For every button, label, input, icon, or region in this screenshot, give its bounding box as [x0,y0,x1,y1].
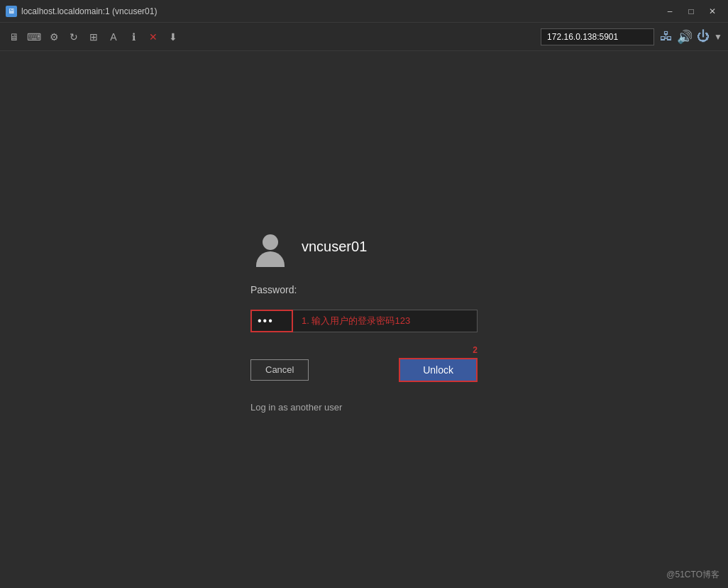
close-button[interactable]: ✕ [702,4,722,19]
avatar-head [263,234,278,250]
watermark: @51CTO博客 [666,569,719,581]
buttons-row: Cancel 2 Unlock [250,358,478,382]
toolbar-right-icons: 🖧 🔊 ⏻ ▼ [660,29,722,45]
minimize-button[interactable]: – [660,4,680,19]
toolbar-icon-6[interactable]: A [105,28,122,45]
password-hint: 1. 输入用户的登录密码123 [293,310,478,332]
password-row: 1. 输入用户的登录密码123 [250,310,478,332]
password-input[interactable] [250,310,293,332]
toolbar-right: 🖧 🔊 ⏻ ▼ [541,28,722,45]
maximize-button[interactable]: □ [681,4,701,19]
toolbar-icon-3[interactable]: ⚙ [45,28,62,45]
chevron-down-icon[interactable]: ▼ [714,32,722,42]
unlock-button[interactable]: Unlock [399,358,478,382]
toolbar: 🖥 ⌨ ⚙ ↻ ⊞ A ℹ ✕ ⬇ 🖧 🔊 ⏻ ▼ [0,23,728,51]
toolbar-icon-8[interactable]: ✕ [145,28,162,45]
unlock-wrapper: 2 Unlock [399,358,478,382]
sound-icon[interactable]: 🔊 [677,29,693,45]
network-icon[interactable]: 🖧 [660,29,673,44]
app-icon: 🖥 [6,6,17,17]
toolbar-icon-4[interactable]: ↻ [65,28,82,45]
username-label: vncuser01 [302,239,367,255]
window-title: localhost.localdomain:1 (vncuser01) [21,6,157,16]
toolbar-icon-9[interactable]: ⬇ [165,28,182,45]
cancel-button[interactable]: Cancel [250,359,309,381]
lock-container: vncuser01 Password: 1. 输入用户的登录密码123 Canc… [250,227,478,413]
toolbar-icon-5[interactable]: ⊞ [85,28,102,45]
toolbar-icon-2[interactable]: ⌨ [26,28,43,45]
user-row: vncuser01 [250,227,367,267]
another-user-link[interactable]: Log in as another user [250,402,342,413]
step-number-badge: 2 [473,345,478,355]
toolbar-icon-7[interactable]: ℹ [125,28,142,45]
address-bar[interactable] [541,28,654,45]
avatar [250,227,290,267]
password-label: Password: [250,284,297,295]
window-controls: – □ ✕ [660,4,722,19]
toolbar-icon-1[interactable]: 🖥 [6,28,23,45]
main-content: vncuser01 Password: 1. 输入用户的登录密码123 Canc… [0,51,728,588]
avatar-body [256,251,285,267]
title-bar-left: 🖥 localhost.localdomain:1 (vncuser01) [6,6,157,17]
power-icon[interactable]: ⏻ [697,29,710,44]
title-bar: 🖥 localhost.localdomain:1 (vncuser01) – … [0,0,728,23]
toolbar-icons-left: 🖥 ⌨ ⚙ ↻ ⊞ A ℹ ✕ ⬇ [6,28,182,45]
